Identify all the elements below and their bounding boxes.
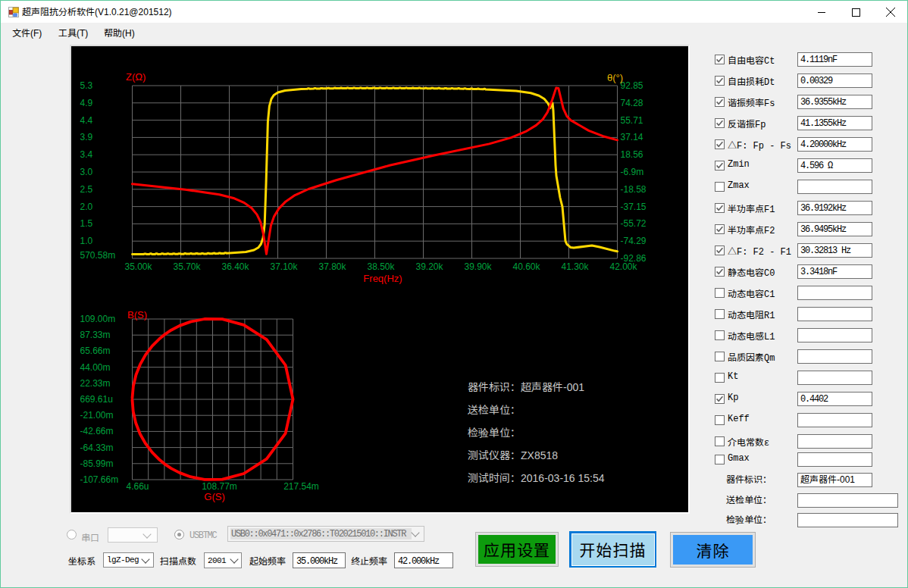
svg-text:4.66u: 4.66u [126,481,149,492]
svg-text:器件标识：超声器件-001: 器件标识：超声器件-001 [468,381,584,393]
svg-text:108.77m: 108.77m [202,481,237,492]
svg-text:-64.33m: -64.33m [80,443,114,453]
svg-text:-18.58: -18.58 [621,184,647,195]
svg-text:37.14: 37.14 [621,132,643,142]
svg-text:38.50k: 38.50k [367,261,395,272]
svg-text:41.30k: 41.30k [561,261,589,272]
svg-text:65.66m: 65.66m [80,346,111,356]
svg-text:2.5: 2.5 [80,184,93,195]
svg-text:3.0: 3.0 [80,167,93,177]
svg-text:-37.15: -37.15 [621,202,647,212]
svg-text:测试仪器：ZX8518: 测试仪器：ZX8518 [468,449,558,461]
svg-text:θ(°): θ(°) [607,72,623,83]
svg-text:35.00k: 35.00k [124,261,152,272]
svg-text:92.85: 92.85 [621,80,643,91]
svg-text:35.70k: 35.70k [173,261,201,272]
svg-text:40.60k: 40.60k [512,261,540,272]
svg-text:-6.9m: -6.9m [621,167,644,177]
svg-text:3.9: 3.9 [80,132,93,142]
svg-text:3.4: 3.4 [80,149,93,160]
svg-text:36.40k: 36.40k [221,261,249,272]
svg-text:4.9: 4.9 [80,98,93,108]
svg-text:37.80k: 37.80k [318,261,346,272]
svg-text:5.3: 5.3 [80,80,93,91]
svg-text:送检单位：: 送检单位： [468,404,521,416]
svg-text:Freq(Hz): Freq(Hz) [363,273,402,284]
svg-text:22.33m: 22.33m [80,378,111,389]
svg-text:1.5: 1.5 [80,218,93,229]
svg-text:55.71: 55.71 [621,115,643,126]
svg-text:2.0: 2.0 [80,202,93,212]
svg-text:39.90k: 39.90k [464,261,492,272]
svg-text:-74.29: -74.29 [621,236,647,246]
svg-text:570.58m: 570.58m [80,250,116,261]
svg-text:-107.66m: -107.66m [80,474,119,485]
svg-text:检验单位：: 检验单位： [468,427,521,439]
svg-text:87.33m: 87.33m [80,330,111,340]
svg-text:74.28: 74.28 [621,98,643,108]
svg-text:-42.66m: -42.66m [80,426,114,436]
svg-text:Z(Ω): Z(Ω) [126,71,146,83]
svg-text:44.00m: 44.00m [80,362,111,373]
svg-text:-21.00m: -21.00m [80,410,114,421]
svg-text:4.4: 4.4 [80,115,93,126]
svg-text:-85.99m: -85.99m [80,458,114,469]
svg-text:37.10k: 37.10k [270,261,298,272]
svg-text:669.61u: 669.61u [80,394,113,405]
svg-text:1.0: 1.0 [80,236,93,246]
svg-text:G(S): G(S) [204,491,224,502]
svg-text:B(S): B(S) [127,309,147,321]
svg-text:39.20k: 39.20k [415,261,443,272]
svg-text:-55.72: -55.72 [621,218,647,229]
svg-text:18.56: 18.56 [621,149,643,160]
svg-text:109.00m: 109.00m [80,314,116,324]
svg-text:217.54m: 217.54m [283,481,319,492]
svg-text:42.00k: 42.00k [609,261,637,272]
svg-text:测试时间：2016-03-16 15:54: 测试时间：2016-03-16 15:54 [468,472,605,484]
